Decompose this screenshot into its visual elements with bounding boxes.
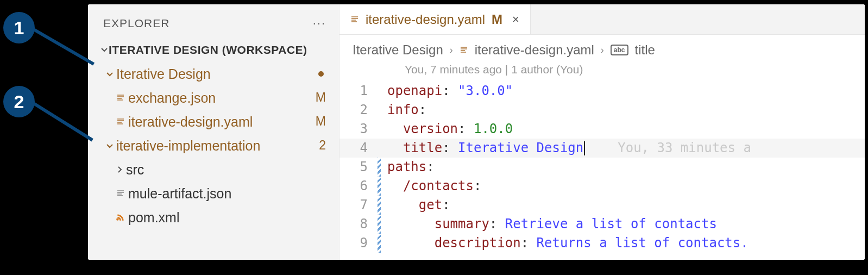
ide-window: EXPLORER ··· ITERATIVE DESIGN (WORKSPACE… xyxy=(88,4,865,260)
code-content[interactable]: version: 1.0.0 xyxy=(387,120,865,139)
annotation-line-2 xyxy=(32,101,93,141)
code-content[interactable]: description: Returns a list of contacts. xyxy=(387,234,865,253)
rss-icon xyxy=(113,212,128,222)
explorer-sidebar: EXPLORER ··· ITERATIVE DESIGN (WORKSPACE… xyxy=(88,4,339,260)
line-number: 3 xyxy=(339,120,378,139)
line-number: 8 xyxy=(339,215,378,234)
line-number: 7 xyxy=(339,196,378,215)
line-number: 9 xyxy=(339,234,378,253)
git-blame-inline: You, 33 minutes a xyxy=(618,140,751,155)
tree-item-label: iterative-implementation xyxy=(116,138,319,154)
explorer-more-button[interactable]: ··· xyxy=(313,16,326,30)
chevron-down-icon xyxy=(103,70,116,78)
tree-item-label: src xyxy=(126,161,326,178)
change-indicator xyxy=(378,234,381,253)
editor-pane: iterative-design.yaml M × Iterative Desi… xyxy=(339,4,865,260)
change-indicator xyxy=(378,101,381,120)
tab-filename: iterative-design.yaml xyxy=(366,12,485,27)
change-indicator xyxy=(378,215,381,234)
code-editor[interactable]: 1openapi: "3.0.0"2info:3 version: 1.0.04… xyxy=(339,82,865,253)
annotation-badge-2: 2 xyxy=(3,86,35,117)
tree-file-mule-artifact-json[interactable]: mule-artifact.json xyxy=(91,182,339,205)
change-indicator xyxy=(378,177,381,196)
code-line[interactable]: 1openapi: "3.0.0" xyxy=(339,82,865,101)
chevron-down-icon xyxy=(103,141,116,150)
tree-item-label: exchange.json xyxy=(128,90,316,106)
line-number: 1 xyxy=(339,82,378,101)
chevron-right-icon: › xyxy=(601,45,604,56)
code-content[interactable]: /contacts: xyxy=(387,177,865,196)
code-content[interactable]: paths: xyxy=(387,158,865,177)
explorer-header: EXPLORER ··· xyxy=(88,11,339,40)
tree-item-label: pom.xml xyxy=(128,209,326,226)
symbol-string-icon: abc xyxy=(611,45,628,55)
code-content[interactable]: title: Iterative DesignYou, 33 minutes a xyxy=(387,139,865,158)
code-content[interactable]: summary: Retrieve a list of contacts xyxy=(387,215,865,234)
code-line[interactable]: 4 title: Iterative DesignYou, 33 minutes… xyxy=(339,139,865,158)
modified-badge: M xyxy=(316,114,326,129)
tree-item-label: mule-artifact.json xyxy=(128,185,326,202)
breadcrumb-file[interactable]: iterative-design.yaml xyxy=(475,42,594,58)
file-lines-icon xyxy=(350,15,359,24)
code-content[interactable]: info: xyxy=(387,101,865,120)
annotation-number: 1 xyxy=(14,17,24,39)
code-line[interactable]: 7 get: xyxy=(339,196,865,215)
line-number: 5 xyxy=(339,158,378,177)
line-number: 6 xyxy=(339,177,378,196)
workspace-name: ITERATIVE DESIGN (WORKSPACE) xyxy=(109,43,307,57)
change-indicator xyxy=(378,196,381,215)
file-lines-icon xyxy=(460,46,468,54)
tree-folder-src[interactable]: src xyxy=(91,158,339,182)
tree-item-label: iterative-design.yaml xyxy=(128,114,316,130)
tree-folder-iterative-design[interactable]: Iterative Design xyxy=(91,62,339,86)
annotation-line-1 xyxy=(32,27,95,65)
change-indicator xyxy=(378,82,381,101)
editor-tabs: iterative-design.yaml M × xyxy=(339,4,865,35)
tab-modified-indicator: M xyxy=(492,12,502,27)
explorer-title: EXPLORER xyxy=(103,17,169,30)
code-line[interactable]: 9 description: Returns a list of contact… xyxy=(339,234,865,253)
breadcrumb-root[interactable]: Iterative Design xyxy=(353,42,443,58)
tree-file-exchange-json[interactable]: exchange.json M xyxy=(91,86,339,110)
code-content[interactable]: openapi: "3.0.0" xyxy=(387,82,865,101)
tab-close-button[interactable]: × xyxy=(512,12,519,27)
modified-dot-icon xyxy=(318,71,324,77)
file-tree: Iterative Design exchange.json M iterati… xyxy=(88,62,339,229)
breadcrumb-symbol[interactable]: title xyxy=(635,42,655,58)
git-codelens[interactable]: You, 7 minutes ago | 1 author (You) xyxy=(339,61,865,82)
annotation-number: 2 xyxy=(14,91,24,112)
file-lines-icon xyxy=(113,189,128,198)
code-line[interactable]: 5paths: xyxy=(339,158,865,177)
modified-badge: M xyxy=(316,90,326,105)
file-lines-icon xyxy=(113,93,128,102)
change-indicator xyxy=(378,158,381,177)
workspace-header[interactable]: ITERATIVE DESIGN (WORKSPACE) xyxy=(88,40,339,62)
code-line[interactable]: 2info: xyxy=(339,101,865,120)
change-indicator xyxy=(378,139,381,158)
chevron-right-icon xyxy=(113,165,126,174)
annotation-badge-1: 1 xyxy=(3,12,35,43)
breadcrumbs[interactable]: Iterative Design › iterative-design.yaml… xyxy=(339,35,865,61)
tree-file-iterative-design-yaml[interactable]: iterative-design.yaml M xyxy=(91,110,339,134)
code-line[interactable]: 6 /contacts: xyxy=(339,177,865,196)
code-content[interactable]: get: xyxy=(387,196,865,215)
code-line[interactable]: 8 summary: Retrieve a list of contacts xyxy=(339,215,865,234)
code-line[interactable]: 3 version: 1.0.0 xyxy=(339,120,865,139)
text-cursor xyxy=(584,141,585,155)
change-indicator xyxy=(378,120,381,139)
tree-folder-iterative-implementation[interactable]: iterative-implementation 2 xyxy=(91,134,339,158)
chevron-right-icon: › xyxy=(450,45,453,56)
editor-tab-active[interactable]: iterative-design.yaml M × xyxy=(339,4,531,34)
file-lines-icon xyxy=(113,117,128,126)
tree-file-pom-xml[interactable]: pom.xml xyxy=(91,205,339,229)
line-number: 4 xyxy=(339,139,378,158)
chevron-down-icon xyxy=(100,43,109,57)
line-number: 2 xyxy=(339,101,378,120)
tree-item-label: Iterative Design xyxy=(116,66,318,82)
changes-count-badge: 2 xyxy=(319,138,326,153)
